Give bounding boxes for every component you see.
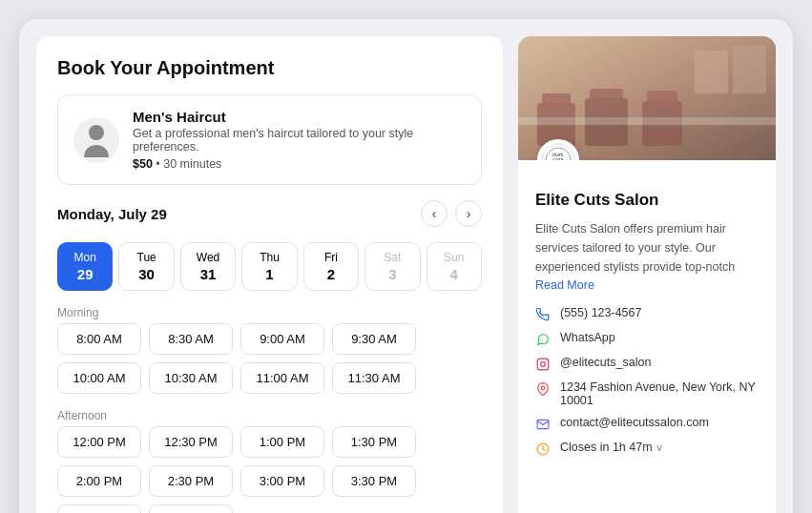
svg-rect-11 (518, 36, 776, 117)
afternoon-section: Afternoon 12:00 PM12:30 PM1:00 PM1:30 PM… (57, 409, 482, 513)
day-button-sat: Sat3 (364, 242, 420, 291)
salon-name: Elite Cuts Salon (535, 191, 759, 210)
morning-label: Morning (57, 306, 482, 319)
salon-hours: Closes in 1h 47m ∨ (560, 441, 663, 454)
phone-number: (555) 123-4567 (560, 306, 641, 319)
time-slot-10-30-am[interactable]: 10:30 AM (149, 362, 233, 394)
time-slot-12-30-pm[interactable]: 12:30 PM (149, 426, 233, 458)
morning-time-grid: 8:00 AM8:30 AM9:00 AM9:30 AM10:00 AM10:3… (57, 323, 482, 394)
date-header: Monday, July 29 ‹ › (57, 200, 482, 227)
salon-info: Elite Cuts Salon Elite Cuts Salon offers… (518, 160, 776, 513)
service-price: $50 (133, 157, 153, 171)
email-icon (535, 417, 551, 432)
current-date-label: Monday, July 29 (57, 206, 167, 222)
read-more-link[interactable]: Read More (535, 278, 594, 292)
instagram-handle: @elitecuts_salon (560, 356, 651, 369)
prev-week-button[interactable]: ‹ (421, 200, 448, 227)
afternoon-time-grid: 12:00 PM12:30 PM1:00 PM1:30 PM2:00 PM2:3… (57, 426, 482, 513)
svg-text:CUTS: CUTS (553, 157, 564, 160)
afternoon-label: Afternoon (57, 409, 482, 422)
morning-section: Morning 8:00 AM8:30 AM9:00 AM9:30 AM10:0… (57, 306, 482, 394)
salon-address: 1234 Fashion Avenue, New York, NY 10001 (560, 380, 759, 407)
booking-panel: Book Your Appointment Men's Haircut Get … (36, 36, 503, 513)
time-slot-2-30-pm[interactable]: 2:30 PM (149, 465, 233, 497)
svg-point-19 (546, 360, 547, 361)
phone-icon (535, 307, 551, 322)
day-picker: Mon29Tue30Wed31Thu1Fri2Sat3Sun4 (57, 242, 482, 291)
time-slot-3-00-pm[interactable]: 3:00 PM (240, 465, 324, 497)
svg-point-18 (541, 362, 546, 367)
whatsapp-icon (535, 332, 551, 347)
time-slot-9-30-am[interactable]: 9:30 AM (332, 323, 416, 355)
next-week-button[interactable]: › (455, 200, 482, 227)
salon-description-block: Elite Cuts Salon offers premium hair ser… (535, 219, 759, 293)
contact-address: 1234 Fashion Avenue, New York, NY 10001 (535, 380, 759, 407)
contact-whatsapp: WhatsApp (535, 331, 759, 347)
service-name: Men's Haircut (133, 109, 466, 125)
whatsapp-label: WhatsApp (560, 331, 615, 344)
contact-hours: Closes in 1h 47m ∨ (535, 441, 759, 457)
salon-hero: ELITE CUTS SALON (518, 36, 776, 160)
time-slot-4-30-pm[interactable]: 4:30 PM (149, 504, 233, 513)
time-slot-11-30-am[interactable]: 11:30 AM (332, 362, 416, 394)
time-slot-11-00-am[interactable]: 11:00 AM (240, 362, 324, 394)
time-slot-10-00-am[interactable]: 10:00 AM (57, 362, 141, 394)
svg-point-0 (89, 125, 104, 140)
svg-rect-17 (537, 359, 549, 370)
contact-instagram: @elitecuts_salon (535, 356, 759, 372)
time-slot-8-30-am[interactable]: 8:30 AM (149, 323, 233, 355)
day-button-fri[interactable]: Fri2 (303, 242, 359, 291)
time-slot-8-00-am[interactable]: 8:00 AM (57, 323, 141, 355)
page-title: Book Your Appointment (57, 57, 482, 79)
hours-chevron-icon[interactable]: ∨ (656, 441, 663, 453)
contact-email: contact@elitecutssalon.com (535, 416, 759, 432)
service-meta: $50 • 30 minutes (133, 157, 466, 171)
time-slot-1-30-pm[interactable]: 1:30 PM (332, 426, 416, 458)
time-slot-1-00-pm[interactable]: 1:00 PM (240, 426, 324, 458)
svg-point-20 (541, 386, 545, 390)
instagram-icon (535, 357, 551, 372)
service-duration: 30 minutes (163, 157, 221, 171)
service-description: Get a professional men's haircut tailore… (133, 127, 466, 154)
service-avatar (73, 117, 119, 163)
day-button-wed[interactable]: Wed31 (180, 242, 236, 291)
time-slot-12-00-pm[interactable]: 12:00 PM (57, 426, 141, 458)
location-icon (535, 381, 551, 397)
contact-list: (555) 123-4567 WhatsApp (535, 306, 759, 457)
contact-phone: (555) 123-4567 (535, 306, 759, 322)
day-button-thu[interactable]: Thu1 (241, 242, 297, 291)
day-button-mon[interactable]: Mon29 (57, 242, 113, 291)
time-slot-9-00-am[interactable]: 9:00 AM (240, 323, 324, 355)
day-button-sun: Sun4 (427, 242, 482, 291)
salon-panel: ELITE CUTS SALON Elite Cuts Salon Elite … (518, 36, 776, 513)
time-slot-2-00-pm[interactable]: 2:00 PM (57, 465, 141, 497)
svg-rect-8 (518, 117, 776, 125)
time-slot-4-00-pm[interactable]: 4:00 PM (57, 504, 141, 513)
salon-email: contact@elitecutssalon.com (560, 416, 709, 429)
service-card: Men's Haircut Get a professional men's h… (57, 94, 482, 185)
day-button-tue[interactable]: Tue30 (118, 242, 174, 291)
salon-description: Elite Cuts Salon offers premium hair ser… (535, 222, 735, 274)
app-container: Book Your Appointment Men's Haircut Get … (19, 19, 793, 513)
nav-arrows: ‹ › (421, 200, 482, 227)
clock-icon (535, 441, 551, 457)
service-info: Men's Haircut Get a professional men's h… (133, 109, 466, 171)
time-slot-3-30-pm[interactable]: 3:30 PM (332, 465, 416, 497)
